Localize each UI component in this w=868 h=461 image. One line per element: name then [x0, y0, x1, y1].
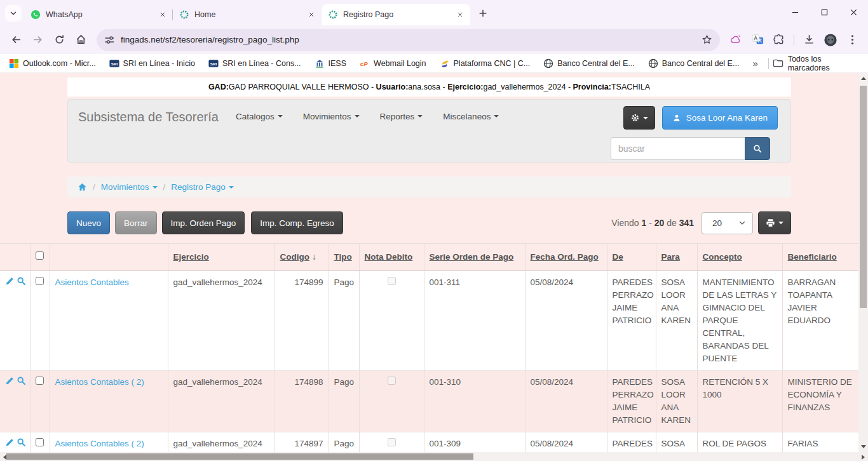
breadcrumb-movimientos[interactable]: Movimientos — [101, 182, 158, 192]
header-tipo[interactable]: Tipo — [329, 244, 359, 271]
tab-close-icon[interactable] — [157, 10, 168, 20]
all-bookmarks-button[interactable]: Todos los marcadores — [773, 55, 858, 72]
nuevo-button[interactable]: Nuevo — [67, 211, 110, 234]
bookmark-webmail-login[interactable]: cPWebmail Login — [360, 58, 426, 69]
home-icon — [78, 182, 87, 192]
sri-badge-icon: SRI — [109, 58, 119, 69]
view-magnifier-icon[interactable] — [17, 276, 26, 286]
bookmark-star-icon[interactable] — [702, 34, 712, 45]
nota-debito-checkbox — [388, 377, 396, 385]
back-button[interactable] — [5, 29, 27, 51]
tab-whatsapp[interactable]: WhatsApp — [24, 4, 173, 25]
new-tab-button[interactable] — [474, 4, 492, 22]
horizontal-scrollbar[interactable] — [0, 452, 868, 461]
tab-close-icon[interactable] — [306, 10, 316, 20]
tab-search-button[interactable] — [5, 5, 22, 22]
tab-registro-pago[interactable]: Registro Pago — [322, 4, 470, 25]
search-button[interactable] — [745, 137, 770, 160]
row-checkbox[interactable] — [36, 277, 44, 285]
bookmark-plataforma-cnc-c[interactable]: Plataforma CNC | C... — [440, 58, 531, 69]
user-menu-button[interactable]: Sosa Loor Ana Karen — [662, 106, 778, 130]
row-link[interactable]: Asientos Contables — [55, 277, 129, 287]
bookmark-banco-central-del-e[interactable]: Banco Central del E... — [543, 58, 635, 69]
search-input[interactable] — [611, 137, 745, 160]
scroll-right-arrow[interactable] — [862, 455, 865, 460]
header-serie-orden-de-pago[interactable]: Serie Orden de Pago — [424, 244, 525, 271]
address-bar[interactable]: fingads.net/sf2/tesoreria/registro_pago_… — [97, 29, 720, 51]
menu-movimientos[interactable]: Movimientos — [293, 112, 370, 121]
row-actions — [0, 271, 30, 371]
select-all-checkbox[interactable] — [36, 251, 44, 260]
edit-pencil-icon[interactable] — [5, 376, 15, 385]
cell-fecha: 05/08/2024 — [525, 271, 607, 371]
settings-gear-button[interactable] — [623, 106, 655, 130]
toolbar-divider — [794, 34, 794, 46]
header-fecha-ord-pago[interactable]: Fecha Ord. Pago — [525, 244, 607, 271]
imp-comp-egreso-button[interactable]: Imp. Comp. Egreso — [251, 211, 342, 234]
breadcrumb-registro-pago[interactable]: Registro Pago — [171, 182, 234, 192]
extension-cloud-icon[interactable] — [726, 30, 745, 50]
imp-orden-pago-button[interactable]: Imp. Orden Pago — [162, 211, 245, 234]
view-magnifier-icon[interactable] — [17, 376, 26, 385]
scroll-up-arrow[interactable] — [861, 77, 866, 80]
fingads-favicon — [328, 10, 338, 20]
close-button[interactable] — [839, 0, 868, 24]
horizontal-scroll-thumb[interactable] — [6, 453, 473, 460]
bookmark-sri-en-l-nea-inicio[interactable]: SRISRI en Línea - Inicio — [109, 58, 195, 69]
edit-pencil-icon[interactable] — [5, 276, 15, 286]
header-ejercicio[interactable]: Ejercicio — [168, 244, 275, 271]
downloads-icon[interactable] — [799, 30, 818, 50]
menu-reportes[interactable]: Reportes — [370, 112, 433, 121]
borrar-button[interactable]: Borrar — [115, 211, 157, 234]
context-separator: - — [440, 83, 447, 91]
minimize-button[interactable] — [780, 0, 810, 24]
bookmark-iess[interactable]: IESS — [315, 58, 347, 69]
translate-icon[interactable] — [748, 30, 767, 50]
page-size-select[interactable]: 20 — [702, 212, 753, 234]
header-para[interactable]: Para — [656, 244, 697, 271]
header-de[interactable]: De — [607, 244, 656, 271]
vertical-scroll-thumb[interactable] — [860, 86, 867, 308]
bookmark-sri-en-l-nea-cons[interactable]: SRISRI en Línea - Cons... — [208, 58, 301, 69]
header-label: Serie Orden de Pago — [430, 252, 514, 262]
breadcrumb-home-link[interactable] — [78, 182, 87, 192]
row-checkbox[interactable] — [36, 438, 44, 446]
table-row: Asientos Contables ( 2)gad_vallehermos_2… — [0, 371, 858, 432]
row-link[interactable]: Asientos Contables ( 2) — [55, 377, 144, 387]
vertical-scrollbar[interactable] — [858, 73, 868, 452]
url-text[interactable]: fingads.net/sf2/tesoreria/registro_pago_… — [121, 35, 696, 44]
header-concepto[interactable]: Concepto — [697, 244, 782, 271]
range-from: 1 — [641, 218, 646, 228]
bookmarks-overflow-chevron[interactable]: » — [752, 58, 757, 69]
home-button[interactable] — [70, 29, 92, 51]
maximize-button[interactable] — [810, 0, 839, 24]
browser-menu-kebab-icon[interactable] — [843, 30, 862, 50]
breadcrumb-separator: / — [163, 182, 166, 192]
record-count-label: Viendo 1 - 20 de 341 — [611, 218, 694, 228]
tab-home[interactable]: Home — [173, 4, 322, 25]
extensions-puzzle-icon[interactable] — [770, 30, 789, 50]
site-info-icon[interactable] — [104, 35, 114, 45]
header-nota-debito[interactable]: Nota Debito — [359, 244, 424, 271]
breadcrumb-label: Registro Pago — [171, 182, 226, 192]
scroll-down-arrow[interactable] — [861, 445, 866, 448]
menu-miscelaneos[interactable]: Miscelaneos — [433, 112, 509, 121]
bookmark-banco-central-del-e[interactable]: Banco Central del E... — [648, 58, 740, 69]
profile-avatar[interactable] — [821, 30, 840, 50]
cpanel-logo-icon: cP — [360, 58, 370, 69]
reload-button[interactable] — [48, 29, 70, 51]
user-name-label: Sosa Loor Ana Karen — [686, 113, 768, 123]
menu-catalogos[interactable]: Catalogos — [226, 112, 293, 121]
view-magnifier-icon[interactable] — [17, 438, 26, 447]
tab-close-icon[interactable] — [454, 10, 465, 20]
header-codigo[interactable]: Codigo↓ — [275, 244, 329, 271]
row-link[interactable]: Asientos Contables ( 2) — [55, 439, 144, 448]
forward-button[interactable] — [27, 29, 48, 51]
print-button[interactable] — [758, 211, 791, 234]
menu-label: Miscelaneos — [443, 112, 491, 121]
bookmark-outlook-com-micr[interactable]: Outlook.com - Micr... — [9, 58, 96, 69]
row-checkbox[interactable] — [36, 377, 44, 385]
header-beneficiario[interactable]: Beneficiario — [782, 244, 858, 271]
edit-pencil-icon[interactable] — [5, 438, 15, 447]
cell-para: SOSA LOOR ANA KAREN — [656, 371, 697, 432]
